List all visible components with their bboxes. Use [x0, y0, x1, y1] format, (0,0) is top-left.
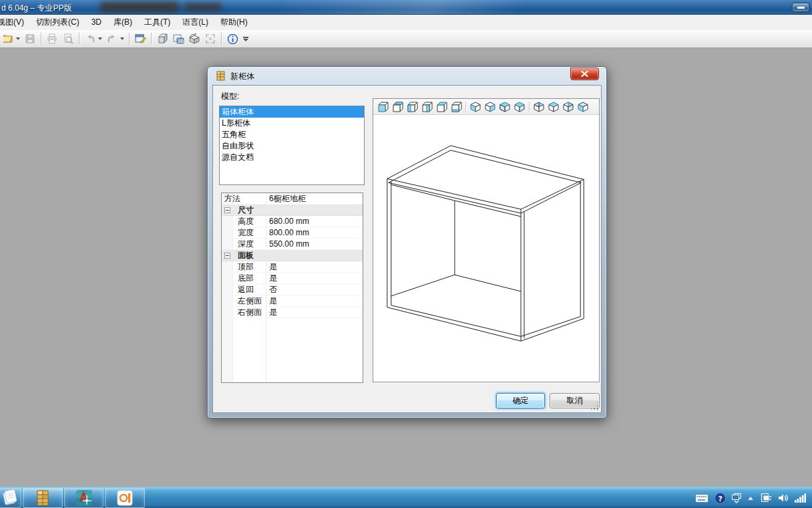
dialog-title: 新柜体 [230, 71, 254, 82]
toolbar-separator [129, 33, 130, 45]
model-list-item[interactable]: 自由形状 [220, 140, 364, 152]
redo-icon[interactable] [105, 31, 120, 46]
volume-icon[interactable] [778, 493, 789, 503]
menu-tools[interactable]: 工具(T) [138, 15, 176, 30]
property-row-bottom[interactable]: 底部 是 [222, 273, 363, 284]
view-toolbar-separator [529, 102, 530, 112]
model-list-item[interactable]: 五角柜 [220, 129, 364, 140]
corner-view-3[interactable] [497, 100, 512, 114]
corner-view-6[interactable] [546, 100, 561, 114]
undo-dropdown-icon[interactable] [98, 37, 102, 40]
taskbar: ? [0, 487, 812, 508]
property-row-back[interactable]: 返回 否 [222, 284, 363, 295]
property-grid: 方法 6橱柜地柜 尺寸 高度 680.00 mm 宽度 800.00 mm 深度 [221, 193, 363, 383]
corner-view-1[interactable] [468, 100, 483, 114]
system-tray: ? [695, 489, 807, 507]
corner-view-8[interactable] [576, 100, 590, 114]
taskbar-autocad-app[interactable] [64, 488, 104, 508]
cube-back-view[interactable] [390, 100, 405, 114]
fit-view-icon[interactable] [203, 31, 218, 46]
property-row-right-side[interactable]: 右侧面 是 [222, 307, 363, 318]
view-cube-toolbar [373, 99, 599, 115]
open-box-icon[interactable] [187, 31, 202, 46]
corner-view-7[interactable] [561, 100, 576, 114]
app-titlebar: d 6.04g – 专业PP版 [0, 0, 812, 15]
toolbar-separator [41, 33, 41, 45]
model-list[interactable]: 箱体柜体 L形柜体 五角柜 自由形状 源自文档 [219, 106, 365, 185]
redo-dropdown-icon[interactable] [120, 37, 124, 40]
collapse-icon[interactable] [224, 207, 230, 213]
property-row-top[interactable]: 顶部 是 [222, 261, 363, 273]
blurred-text-region [100, 2, 179, 12]
property-row-depth[interactable]: 深度 550.00 mm [222, 239, 363, 250]
cube-top-view[interactable] [434, 100, 449, 114]
plug-icon[interactable] [760, 493, 772, 503]
toolbar-separator [151, 33, 152, 45]
network-signal-icon[interactable] [795, 493, 807, 503]
toolbar-overflow-icon[interactable] [243, 37, 248, 41]
window-restore-icon[interactable] [732, 493, 741, 503]
cube-bottom-view[interactable] [449, 100, 463, 114]
toolbar-separator [221, 33, 222, 45]
close-icon[interactable] [570, 68, 599, 80]
menu-help[interactable]: 帮助(H) [214, 15, 254, 30]
property-row-left-side[interactable]: 左侧面 是 [222, 295, 363, 307]
2d-glyph: 2D [178, 39, 184, 44]
svg-text:?: ? [718, 494, 722, 503]
model-list-item-selected[interactable]: 箱体柜体 [220, 106, 364, 118]
menu-cutlist[interactable]: 切割列表(C) [30, 15, 85, 30]
property-row-width[interactable]: 宽度 800.00 mm [222, 227, 363, 239]
menu-view[interactable]: 视图(V) [0, 15, 30, 30]
minimize-button[interactable] [792, 3, 809, 12]
property-group-dimensions[interactable]: 尺寸 [222, 205, 363, 216]
property-group-panels[interactable]: 面板 [222, 250, 363, 261]
corner-view-4[interactable] [512, 100, 527, 114]
cube-front-view[interactable] [375, 100, 390, 114]
cabinet-dialog-icon [216, 71, 226, 84]
taskbar-journal-app[interactable] [0, 488, 21, 508]
undo-icon[interactable] [83, 31, 97, 46]
toolbar-separator [79, 33, 79, 45]
titlebar-gloss [266, 0, 628, 15]
property-row-height[interactable]: 高度 680.00 mm [222, 216, 363, 227]
cabinet-wireframe [373, 115, 599, 382]
print-icon[interactable] [45, 31, 59, 46]
menu-language[interactable]: 语言(L) [176, 15, 214, 30]
taskbar-powerpoint-app[interactable] [105, 488, 145, 508]
menu-library[interactable]: 库(B) [108, 15, 138, 30]
model-label: 模型: [221, 91, 239, 102]
2d-view-icon[interactable]: 2D [171, 31, 186, 46]
properties-icon[interactable] [133, 31, 148, 46]
corner-view-2[interactable] [483, 100, 497, 114]
resize-grip[interactable] [591, 402, 599, 410]
print-preview-icon[interactable] [61, 31, 75, 46]
open-dropdown-icon[interactable] [16, 37, 20, 40]
taskbar-cabinet-app[interactable] [23, 488, 63, 508]
corner-view-5[interactable] [532, 100, 546, 114]
property-row-method[interactable]: 方法 6橱柜地柜 [222, 193, 363, 205]
keyboard-icon[interactable] [695, 494, 708, 503]
screen: d 6.04g – 专业PP版 视图(V) 切割列表(C) 3D 库(B) 工具… [0, 0, 812, 508]
save-icon[interactable] [23, 31, 37, 46]
ok-button[interactable]: 确定 [496, 393, 545, 408]
dialog-body: 模型: 箱体柜体 L形柜体 五角柜 自由形状 源自文档 方法 6橱柜地柜 [212, 85, 602, 413]
app-toolbar: 2D [0, 30, 812, 48]
preview-panel [373, 98, 600, 382]
blurred-text-region [184, 3, 222, 11]
view-toolbar-separator [465, 102, 466, 112]
info-icon[interactable] [225, 31, 240, 46]
collapse-icon[interactable] [224, 253, 230, 259]
menu-3d[interactable]: 3D [85, 15, 108, 30]
open-icon[interactable] [1, 31, 15, 46]
show-hidden-icons-icon[interactable] [747, 496, 754, 501]
help-icon[interactable]: ? [715, 493, 726, 504]
cube-3d-icon[interactable] [155, 31, 170, 46]
app-menubar: 视图(V) 切割列表(C) 3D 库(B) 工具(T) 语言(L) 帮助(H) [0, 15, 812, 30]
cube-right-view[interactable] [419, 100, 434, 114]
cube-left-view[interactable] [405, 100, 419, 114]
dialog-new-cabinet: 新柜体 模型: 箱体柜体 L形柜体 五角柜 自由形状 源自文档 方法 6橱柜地柜 [207, 66, 607, 418]
model-list-item[interactable]: L形柜体 [220, 118, 364, 129]
app-title: d 6.04g – 专业PP版 [1, 3, 71, 14]
model-list-item[interactable]: 源自文档 [220, 152, 364, 163]
preview-canvas[interactable] [373, 115, 599, 382]
